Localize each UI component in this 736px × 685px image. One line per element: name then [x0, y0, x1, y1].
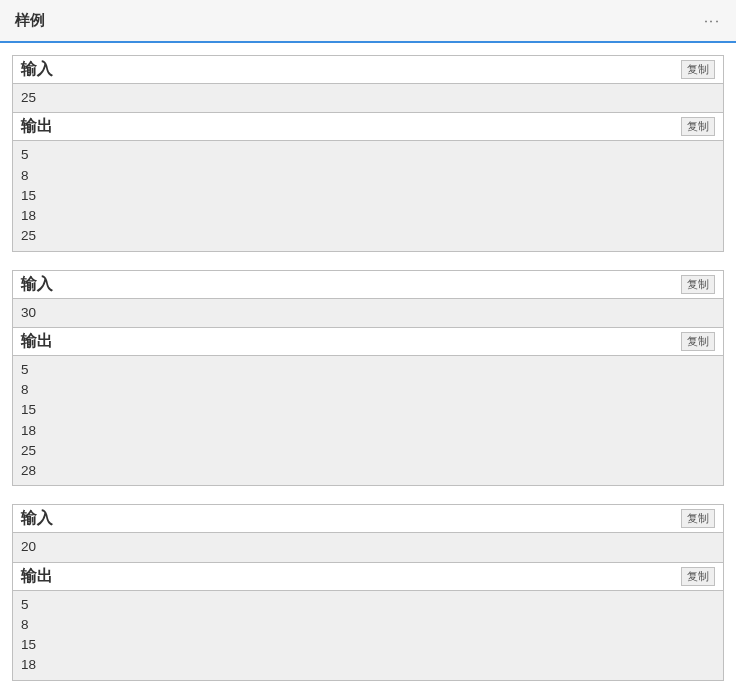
- copy-button[interactable]: 复制: [681, 332, 715, 351]
- copy-button[interactable]: 复制: [681, 509, 715, 528]
- output-content: 5 8 15 18: [12, 591, 724, 681]
- copy-button[interactable]: 复制: [681, 60, 715, 79]
- output-label: 输出: [21, 116, 53, 137]
- input-header: 输入 复制: [12, 270, 724, 299]
- output-content: 5 8 15 18 25: [12, 141, 724, 251]
- input-content: 30: [12, 299, 724, 328]
- menu-dots-icon[interactable]: ⋮: [703, 14, 721, 28]
- example-block: 输入 复制 20 输出 复制 5 8 15 18: [12, 504, 724, 680]
- panel-body: 输入 复制 25 输出 复制 5 8 15 18 25 输入 复制 30 输出 …: [0, 43, 736, 685]
- input-label: 输入: [21, 59, 53, 80]
- output-header: 输出 复制: [12, 113, 724, 141]
- input-content: 20: [12, 533, 724, 562]
- input-content: 25: [12, 84, 724, 113]
- output-header: 输出 复制: [12, 563, 724, 591]
- output-label: 输出: [21, 566, 53, 587]
- output-header: 输出 复制: [12, 328, 724, 356]
- input-header: 输入 复制: [12, 504, 724, 533]
- example-block: 输入 复制 30 输出 复制 5 8 15 18 25 28: [12, 270, 724, 487]
- panel-title: 样例: [15, 11, 45, 30]
- output-content: 5 8 15 18 25 28: [12, 356, 724, 487]
- panel-header: 样例 ⋮: [0, 0, 736, 43]
- example-block: 输入 复制 25 输出 复制 5 8 15 18 25: [12, 55, 724, 252]
- copy-button[interactable]: 复制: [681, 117, 715, 136]
- copy-button[interactable]: 复制: [681, 567, 715, 586]
- copy-button[interactable]: 复制: [681, 275, 715, 294]
- output-label: 输出: [21, 331, 53, 352]
- input-header: 输入 复制: [12, 55, 724, 84]
- input-label: 输入: [21, 508, 53, 529]
- input-label: 输入: [21, 274, 53, 295]
